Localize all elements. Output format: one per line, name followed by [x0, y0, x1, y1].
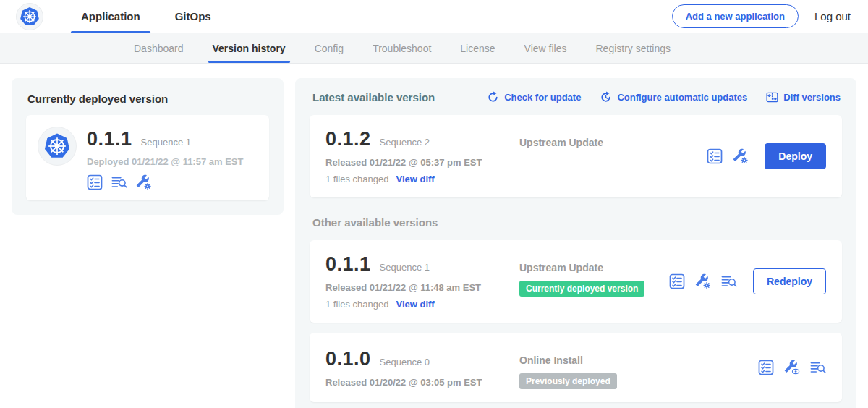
tab-version-history[interactable]: Version history: [198, 33, 300, 63]
view-diff-link[interactable]: View diff: [396, 174, 434, 184]
logout-link[interactable]: Log out: [814, 10, 851, 22]
currently-deployed-panel: Currently deployed version 0.1.1 Sequenc…: [12, 78, 284, 215]
latest-available-title: Latest available version: [312, 91, 435, 103]
version-source-label: Upstream Update: [519, 137, 707, 148]
check-for-update-link[interactable]: Check for update: [487, 91, 581, 103]
sequence-label: Sequence 1: [380, 262, 430, 273]
redeploy-button[interactable]: Redeploy: [753, 268, 826, 294]
release-notes-icon[interactable]: [111, 174, 127, 190]
refresh-icon: [487, 91, 499, 103]
deployed-version-number: 0.1.1: [87, 128, 132, 150]
sequence-label: Sequence 0: [380, 357, 430, 367]
config-checklist-icon[interactable]: [758, 360, 774, 375]
edit-config-icon[interactable]: [733, 148, 749, 164]
edit-config-icon[interactable]: [136, 174, 152, 190]
tab-dashboard[interactable]: Dashboard: [119, 33, 198, 63]
deployed-timestamp: Deployed 01/21/22 @ 11:57 am EST: [87, 156, 243, 167]
view-diff-link[interactable]: View diff: [396, 299, 434, 310]
auto-update-icon: [600, 91, 612, 103]
config-checklist-icon[interactable]: [669, 273, 685, 289]
version-card-0-1-0: 0.1.0 Sequence 0 Released 01/20/22 @ 03:…: [310, 333, 842, 402]
deploy-button[interactable]: Deploy: [765, 143, 826, 169]
add-new-application-button[interactable]: Add a new application: [672, 4, 799, 28]
top-tab-gitops[interactable]: GitOps: [158, 0, 229, 33]
top-nav: Application GitOps Add a new application…: [0, 0, 868, 33]
configure-automatic-updates-label: Configure automatic updates: [617, 92, 747, 103]
deployed-sequence-label: Sequence 1: [141, 137, 191, 148]
tab-view-files[interactable]: View files: [510, 33, 582, 63]
version-number: 0.1.2: [326, 128, 371, 150]
currently-deployed-title: Currently deployed version: [27, 93, 269, 105]
version-source-label: Upstream Update: [519, 262, 669, 273]
release-notes-icon[interactable]: [721, 273, 737, 289]
currently-deployed-badge: Currently deployed version: [519, 281, 644, 297]
other-available-versions-title: Other available versions: [312, 216, 841, 229]
configure-automatic-updates-link[interactable]: Configure automatic updates: [600, 91, 747, 103]
deployed-version-card: 0.1.1 Sequence 1 Deployed 01/21/22 @ 11:…: [26, 115, 269, 200]
files-changed-label: 1 files changed: [326, 299, 388, 310]
config-checklist-icon[interactable]: [87, 174, 103, 190]
diff-versions-link[interactable]: Diff versions: [766, 91, 841, 103]
check-for-update-label: Check for update: [504, 92, 581, 103]
version-source-label: Online Install: [519, 354, 758, 366]
previously-deployed-badge: Previously deployed: [519, 373, 617, 389]
release-notes-icon[interactable]: [810, 360, 826, 375]
diff-versions-label: Diff versions: [783, 92, 841, 103]
released-timestamp: Released 01/21/22 @ 11:48 am EST: [326, 282, 519, 293]
files-changed-label: 1 files changed: [326, 174, 388, 184]
tab-troubleshoot[interactable]: Troubleshoot: [358, 33, 446, 63]
version-card-0-1-2: 0.1.2 Sequence 2 Released 01/21/22 @ 05:…: [310, 115, 842, 197]
diff-icon: [766, 91, 778, 103]
top-tab-application[interactable]: Application: [64, 0, 158, 33]
kubernetes-logo-icon: [43, 132, 72, 161]
sequence-label: Sequence 2: [380, 137, 430, 148]
tab-config[interactable]: Config: [300, 33, 358, 63]
available-versions-panel: Latest available version Check for updat…: [295, 78, 856, 408]
view-config-icon[interactable]: [784, 360, 800, 375]
version-number: 0.1.1: [326, 253, 371, 276]
released-timestamp: Released 01/21/22 @ 05:37 pm EST: [326, 157, 519, 168]
kubernetes-logo-icon: [19, 6, 41, 27]
sub-nav: Dashboard Version history Config Trouble…: [0, 33, 868, 64]
edit-config-icon[interactable]: [695, 273, 711, 289]
released-timestamp: Released 01/20/22 @ 03:05 pm EST: [326, 377, 519, 388]
version-number: 0.1.0: [326, 348, 371, 370]
tab-registry-settings[interactable]: Registry settings: [581, 33, 684, 63]
tab-license[interactable]: License: [446, 33, 509, 63]
app-icon: [38, 127, 77, 166]
main-content: Currently deployed version 0.1.1 Sequenc…: [0, 64, 868, 408]
app-logo: [16, 3, 43, 30]
version-card-0-1-1: 0.1.1 Sequence 1 Released 01/21/22 @ 11:…: [310, 240, 842, 323]
config-checklist-icon[interactable]: [707, 148, 723, 164]
